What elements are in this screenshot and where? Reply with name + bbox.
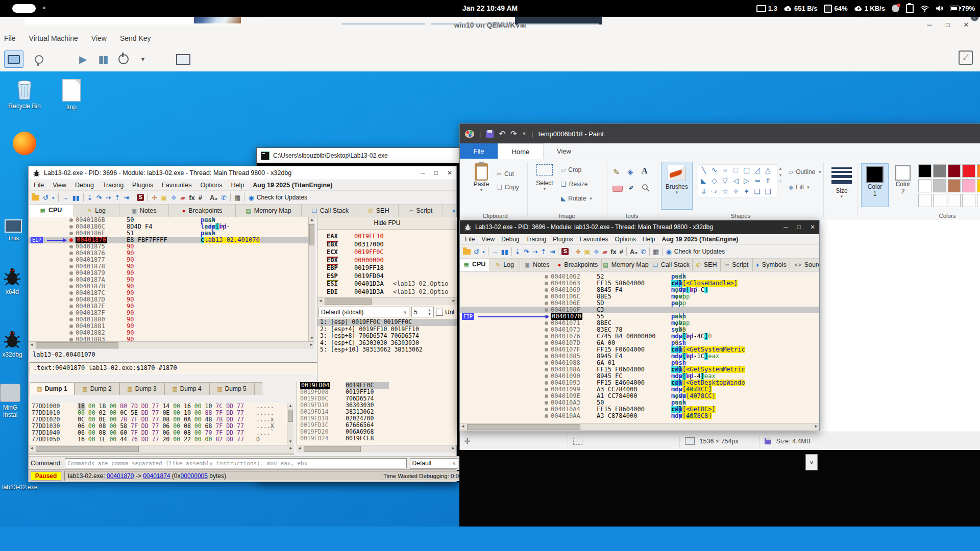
disasm-row[interactable]: 0040106C8BE5mov esp,ebp — [460, 293, 819, 300]
menu-tracing[interactable]: Tracing — [103, 182, 124, 189]
desktop-icon-tmp[interactable]: tmp — [51, 79, 92, 111]
tab-script[interactable]: ▱Script — [399, 205, 443, 217]
undo-icon[interactable]: ↶ — [499, 129, 505, 138]
copy-button[interactable]: ❏Copy — [497, 184, 519, 191]
check-updates-button[interactable]: ◉Check for Updates — [666, 248, 725, 256]
stack-row[interactable]: 0019FD240019FCE8 — [297, 435, 457, 442]
register-row[interactable]: EBP0019FF18 — [317, 264, 457, 272]
menu-file[interactable]: File — [465, 236, 475, 243]
toolbar-icon[interactable]: → — [62, 194, 69, 201]
breakpoint-dot[interactable] — [545, 408, 548, 411]
maximize-button[interactable]: □ — [434, 169, 438, 177]
palette-empty-slot[interactable] — [977, 194, 980, 207]
dbg1-dump-hscrollbar[interactable]: ◄► — [29, 445, 294, 453]
menu-help[interactable]: Help — [231, 182, 244, 189]
toolbar-icon[interactable]: ✚ — [575, 248, 581, 255]
toolbar-icon[interactable]: ✆ — [221, 194, 227, 201]
breakpoint-dot[interactable] — [69, 271, 73, 275]
vm-guest-details-icon[interactable] — [35, 55, 43, 64]
disasm-row[interactable]: 0040187A90nop — [29, 277, 308, 283]
toolbar-icon[interactable]: ▰ — [602, 248, 607, 255]
toolbar-icon[interactable]: ⇡ — [115, 194, 120, 201]
menu-options[interactable]: Options — [615, 236, 635, 243]
scylla-icon[interactable]: S — [137, 194, 144, 201]
disasm-row[interactable]: 004010858945 E4mov dword ptr ss:[ebp-1C]… — [460, 353, 819, 360]
vm-display-button[interactable] — [4, 51, 23, 68]
tab-breakpoints[interactable]: ●Breakpoints — [169, 205, 236, 217]
toolbar-icon[interactable]: A₂ — [630, 248, 638, 255]
vm-menu-file[interactable]: File — [4, 34, 16, 42]
stack-arg-row[interactable]: 3: [esp+8] 706D6574 706D6574 — [317, 333, 457, 340]
disasm-row[interactable]: 004010AAA3 C8784000mov dword ptr ds:[407… — [460, 413, 819, 419]
qat-customize-caret[interactable]: ▼ — [522, 131, 527, 136]
dbg1-regs-scrollbar[interactable]: ◄► — [317, 297, 457, 305]
palette-empty-slot[interactable] — [962, 194, 975, 207]
disasm-row[interactable]: 0040186C8D4D F4lea ecx,dword ptr ss:[ebp… — [29, 223, 308, 230]
vm-shutdown-button[interactable] — [118, 54, 129, 64]
palette-color[interactable] — [977, 164, 980, 178]
toolbar-icon[interactable]: # — [199, 194, 202, 201]
cut-button[interactable]: ✂Cut — [497, 170, 514, 178]
dump-extra-tab[interactable] — [254, 382, 262, 395]
disasm-row[interactable]: 0040186B50push eax — [29, 217, 308, 223]
tab-cpu[interactable]: ▦CPU — [29, 205, 74, 217]
disasm-row[interactable]: 0040187990nop — [29, 270, 308, 277]
breakpoint-dot[interactable] — [545, 401, 548, 405]
disasm-row[interactable]: 0040188190nop — [29, 323, 308, 330]
dump-row[interactable]: 77DD105016 00 1E 00 44 76 DD 77 20 00 22… — [29, 436, 294, 443]
disasm-row[interactable]: 0040106FC3ret — [460, 307, 819, 313]
palette-color[interactable] — [933, 164, 946, 178]
status-link[interactable]: 00401874 — [143, 472, 170, 480]
menu-tracing[interactable]: Tracing — [526, 236, 547, 243]
palette-empty-slot[interactable] — [948, 194, 961, 207]
breakpoint-dot[interactable] — [545, 328, 548, 332]
tab-seh[interactable]: ✆SEH — [359, 205, 399, 217]
toolbar-icon[interactable]: ▪ — [482, 248, 485, 255]
toolbar-icon[interactable]: ⇢ — [532, 248, 538, 255]
tab-seh[interactable]: ✆SEH — [693, 259, 721, 271]
palette-color[interactable] — [977, 179, 980, 192]
tab-dump-1[interactable]: ▥Dump 1 — [30, 382, 75, 395]
toolbar-icon[interactable]: ▪ — [52, 194, 55, 201]
vm-menu-view[interactable]: View — [91, 34, 107, 42]
shape-tool[interactable]: △ — [763, 165, 773, 176]
disasm-row[interactable]: 0040109EA1 CC784000mov eax,dword ptr ds:… — [460, 393, 819, 399]
disasm-row[interactable]: 0040187E90nop — [29, 303, 308, 310]
breakpoint-dot[interactable] — [69, 338, 73, 341]
breakpoint-dot[interactable] — [69, 331, 73, 335]
disasm-row[interactable]: 0040187D90nop — [29, 296, 308, 303]
toolbar-icon[interactable]: ▣ — [584, 248, 590, 255]
disasm-row[interactable]: 004010718BECmov ebp,esp — [460, 320, 819, 327]
disasm-row[interactable]: 0040187F90nop — [29, 310, 308, 316]
toolbar-icon[interactable]: ⇣ — [87, 194, 93, 201]
menu-view[interactable]: View — [481, 236, 495, 243]
toolbar-icon[interactable]: ↺ — [43, 194, 48, 201]
breakpoint-dot[interactable] — [545, 355, 548, 358]
toolbar-icon[interactable]: fx — [610, 248, 617, 255]
toolbar-icon[interactable]: ▮▮ — [72, 194, 80, 201]
shape-tool[interactable]: ⇩ — [698, 186, 709, 197]
toolbar-icon[interactable]: fx — [189, 194, 195, 201]
shape-tool[interactable]: ❑ — [763, 186, 773, 197]
dbg2-title-bar[interactable]: Lab13-02.exe - PID: 3696 - Module: lab13… — [460, 220, 819, 234]
menu-plugins[interactable]: Plugins — [132, 182, 153, 189]
tab-symbols[interactable]: ♦Symbols — [443, 205, 456, 217]
select-button[interactable]: Select ▼ — [531, 164, 558, 191]
breakpoint-dot[interactable] — [69, 278, 73, 282]
disasm-row[interactable]: 0040187B90nop — [29, 283, 308, 290]
vm-pause-button[interactable]: ▮▮ — [98, 53, 107, 65]
register-row[interactable]: EDX00000000 — [317, 257, 457, 265]
palette-empty-slot[interactable] — [933, 194, 946, 207]
palette-color[interactable] — [948, 179, 961, 192]
shape-tool[interactable]: ∿ — [709, 165, 720, 176]
menu-favourites[interactable]: Favourites — [579, 236, 608, 243]
tab-dump-5[interactable]: ▥Dump 5 — [209, 382, 254, 395]
disasm-row[interactable]: 0040107FFF15 F0604000call dword ptr ds:[… — [460, 346, 819, 353]
stack-arg-row[interactable]: 4: [esp+C] 36303030 36303030 — [317, 340, 457, 347]
tab-dump-3[interactable]: ▥Dump 3 — [119, 382, 164, 395]
breakpoint-dot[interactable] — [69, 245, 73, 248]
dbg1-tab-bar[interactable]: ▦CPU✎Log▣Notes●Breakpoints▤Memory Map❏Ca… — [29, 205, 456, 217]
breakpoint-dot[interactable] — [69, 285, 73, 288]
disasm-row[interactable]: 0040106E5Dpop ebp — [460, 300, 819, 307]
breakpoint-dot[interactable] — [545, 335, 548, 338]
